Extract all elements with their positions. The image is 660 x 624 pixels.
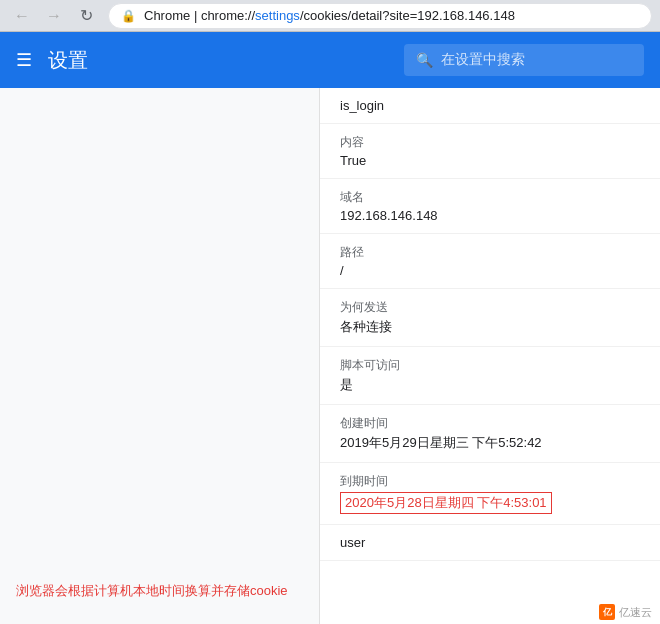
cookie-name-value: is_login bbox=[340, 98, 640, 113]
settings-page: ☰ 设置 🔍 在设置中搜索 浏览器会根据计算机本地时间换算并存储cookie i… bbox=[0, 32, 660, 624]
script-access-row: 脚本可访问 是 bbox=[320, 347, 660, 405]
lock-icon: 🔒 bbox=[121, 9, 136, 23]
user-name-row: user bbox=[320, 525, 660, 561]
left-sidebar: 浏览器会根据计算机本地时间换算并存储cookie bbox=[0, 88, 320, 624]
expiry-time-row: 到期时间 2020年5月28日星期四 下午4:53:01 bbox=[320, 463, 660, 525]
address-bar[interactable]: 🔒 Chrome | chrome://settings/cookies/det… bbox=[108, 3, 652, 29]
user-name-value: user bbox=[340, 535, 640, 550]
send-reason-row: 为何发送 各种连接 bbox=[320, 289, 660, 347]
search-bar[interactable]: 🔍 在设置中搜索 bbox=[404, 44, 644, 76]
search-icon: 🔍 bbox=[416, 52, 433, 68]
watermark-text: 亿速云 bbox=[619, 605, 652, 620]
reload-button[interactable]: ↻ bbox=[72, 2, 100, 30]
path-label: 路径 bbox=[340, 244, 640, 261]
settings-title: 设置 bbox=[48, 47, 88, 74]
watermark-logo: 亿 bbox=[599, 604, 615, 620]
sidebar-note: 浏览器会根据计算机本地时间换算并存储cookie bbox=[16, 582, 288, 600]
domain-value: 192.168.146.148 bbox=[340, 208, 640, 223]
content-value: True bbox=[340, 153, 640, 168]
settings-header: ☰ 设置 🔍 在设置中搜索 bbox=[0, 32, 660, 88]
script-access-value: 是 bbox=[340, 376, 640, 394]
domain-label: 域名 bbox=[340, 189, 640, 206]
created-time-value: 2019年5月29日星期三 下午5:52:42 bbox=[340, 434, 640, 452]
search-placeholder: 在设置中搜索 bbox=[441, 51, 525, 69]
created-time-label: 创建时间 bbox=[340, 415, 640, 432]
content-label: 内容 bbox=[340, 134, 640, 151]
chrome-label: Chrome bbox=[144, 8, 190, 23]
content-row: 内容 True bbox=[320, 124, 660, 179]
path-value: / bbox=[340, 263, 640, 278]
menu-icon[interactable]: ☰ bbox=[16, 49, 32, 71]
browser-chrome: ← → ↻ 🔒 Chrome | chrome://settings/cooki… bbox=[0, 0, 660, 32]
cookie-name-row: is_login bbox=[320, 88, 660, 124]
address-separator: | bbox=[194, 8, 201, 23]
address-url: chrome://settings/cookies/detail?site=19… bbox=[201, 8, 515, 23]
send-reason-value: 各种连接 bbox=[340, 318, 640, 336]
settings-highlight: settings bbox=[255, 8, 300, 23]
path-row: 路径 / bbox=[320, 234, 660, 289]
forward-button[interactable]: → bbox=[40, 2, 68, 30]
main-content: 浏览器会根据计算机本地时间换算并存储cookie is_login 内容 Tru… bbox=[0, 88, 660, 624]
watermark: 亿 亿速云 bbox=[599, 604, 652, 620]
created-time-row: 创建时间 2019年5月29日星期三 下午5:52:42 bbox=[320, 405, 660, 463]
address-text: Chrome | chrome://settings/cookies/detai… bbox=[144, 8, 515, 23]
domain-row: 域名 192.168.146.148 bbox=[320, 179, 660, 234]
detail-panel: is_login 内容 True 域名 192.168.146.148 路径 / bbox=[320, 88, 660, 624]
expiry-time-label: 到期时间 bbox=[340, 473, 640, 490]
back-button[interactable]: ← bbox=[8, 2, 36, 30]
nav-buttons: ← → ↻ bbox=[8, 2, 100, 30]
script-access-label: 脚本可访问 bbox=[340, 357, 640, 374]
expiry-time-value: 2020年5月28日星期四 下午4:53:01 bbox=[340, 492, 552, 514]
send-reason-label: 为何发送 bbox=[340, 299, 640, 316]
